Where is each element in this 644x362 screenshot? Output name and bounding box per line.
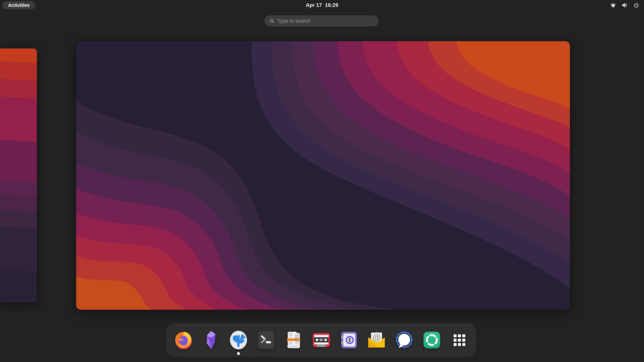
cassette-icon: [312, 330, 331, 350]
dock-app-sync[interactable]: [421, 323, 443, 357]
clock-button[interactable]: Apr 17 16:29: [306, 1, 338, 9]
dash-dock: NEWS: [167, 323, 476, 357]
dock-app-signal[interactable]: [393, 323, 415, 357]
show-apps-button[interactable]: [448, 323, 470, 357]
dock-app-mail[interactable]: @: [366, 323, 388, 357]
clock-date: Apr 17: [306, 1, 322, 9]
svg-text:NEWS: NEWS: [295, 335, 298, 344]
safe-icon: [339, 330, 359, 350]
left-workspace-wallpaper: [0, 48, 37, 303]
workspace-thumbnail-left[interactable]: [0, 48, 37, 303]
sync-icon: [422, 330, 442, 350]
workspace-preview-main[interactable]: [76, 41, 570, 310]
signal-icon: [394, 330, 414, 350]
dock-app-cassette[interactable]: [310, 323, 332, 357]
running-indicator: [237, 352, 240, 355]
app-grid-icon: [450, 330, 469, 350]
terminal-icon: [256, 330, 276, 350]
search-input[interactable]: [278, 18, 375, 24]
dock-app-coral[interactable]: [228, 323, 250, 357]
mail-icon: @: [366, 330, 386, 350]
dock-app-console[interactable]: [255, 323, 277, 357]
dock-app-firefox[interactable]: [172, 323, 194, 357]
firefox-icon: [174, 330, 193, 350]
dock-app-news[interactable]: NEWS: [282, 323, 305, 357]
newspaper-icon: NEWS: [284, 330, 304, 350]
search-icon: [269, 18, 275, 24]
top-bar: Activities Apr 17 16:29: [0, 0, 644, 11]
main-workspace-wallpaper: [76, 41, 570, 310]
wifi-icon[interactable]: [610, 2, 616, 8]
dock-app-obsidian[interactable]: [200, 323, 222, 357]
volume-icon[interactable]: [622, 2, 628, 8]
coral-icon: [228, 330, 248, 350]
activities-button[interactable]: Activities: [2, 1, 36, 9]
clock-time: 16:29: [325, 1, 338, 9]
obsidian-icon: [201, 330, 221, 350]
quick-settings-area: [610, 1, 639, 9]
search-bar: [264, 15, 379, 26]
power-icon[interactable]: [633, 2, 639, 8]
dock-app-password-safe[interactable]: [338, 323, 360, 357]
